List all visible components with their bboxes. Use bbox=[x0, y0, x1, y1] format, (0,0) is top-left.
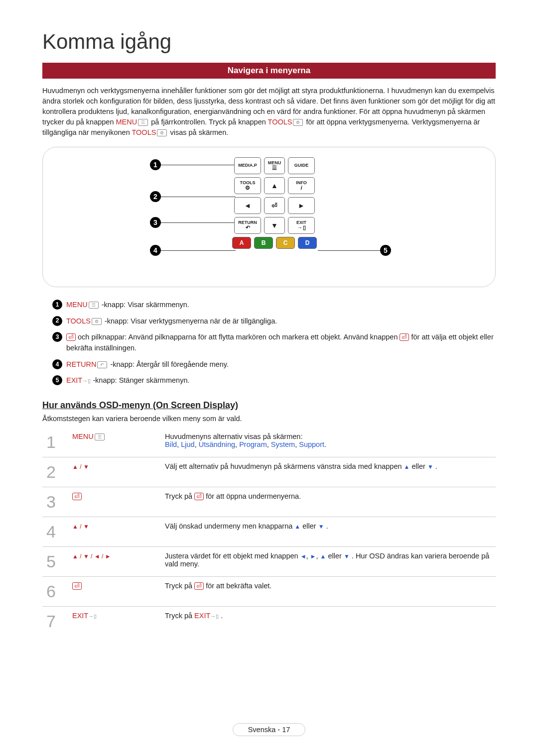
tools-icon: ⚙ bbox=[157, 129, 167, 136]
right-arrow-icon: ► bbox=[310, 553, 316, 560]
step-key-menu: MENU bbox=[72, 432, 94, 440]
osd-subtext: Åtkomststegen kan variera beroende vilke… bbox=[42, 415, 496, 423]
tools-icon: ⚙ bbox=[293, 119, 303, 126]
step-desc-4c: . bbox=[326, 522, 328, 530]
menu-icon: ☰ bbox=[138, 119, 148, 126]
table-row: 2 ▲ / ▼ Välj ett alternativ på huvudmeny… bbox=[42, 457, 496, 487]
color-a-button[interactable]: A bbox=[232, 237, 251, 249]
down-arrow-icon: ▼ bbox=[427, 463, 433, 470]
step-desc-2b: eller bbox=[412, 462, 427, 470]
legend-text-1: -knapp: Visar skärmmenyn. bbox=[102, 301, 189, 309]
callout-dot-4: 4 bbox=[150, 245, 161, 256]
step-desc-7b: . bbox=[221, 612, 223, 620]
step-number: 4 bbox=[42, 517, 68, 546]
left-button[interactable]: ◄ bbox=[234, 197, 261, 214]
step-desc-6b: för att bekräfta valet. bbox=[206, 582, 271, 590]
legend-dot-4: 4 bbox=[52, 359, 62, 369]
enter-button[interactable]: ⏎ bbox=[264, 197, 285, 214]
color-c-button[interactable]: C bbox=[276, 237, 295, 249]
footer-page-number: 17 bbox=[282, 726, 290, 734]
return-button[interactable]: RETURN↶ bbox=[234, 217, 261, 234]
legend-label-5: EXIT bbox=[66, 376, 82, 384]
left-arrow-icon: ◄ bbox=[300, 553, 306, 560]
table-row: 4 ▲ / ▼ Välj önskad undermeny men knappa… bbox=[42, 517, 496, 546]
callout-legend: 1 MENU☰ -knapp: Visar skärmmenyn. 2 TOOL… bbox=[42, 299, 496, 386]
exit-button[interactable]: EXIT→▯ bbox=[288, 217, 315, 234]
step-desc-2a: Välj ett alternativ på huvudmenyn på skä… bbox=[165, 462, 404, 470]
cat-program: Program bbox=[239, 440, 267, 448]
step-key-exit: EXIT bbox=[72, 612, 88, 620]
color-b-button[interactable]: B bbox=[254, 237, 273, 249]
legend-label-4: RETURN bbox=[66, 360, 96, 368]
osd-heading: Hur används OSD-menyn (On Screen Display… bbox=[42, 400, 496, 411]
table-row: 7 EXIT→▯ Tryck på EXIT→▯ . bbox=[42, 606, 496, 636]
step-key-updown: ▲ / ▼ bbox=[72, 523, 89, 530]
intro-text-4: visas på skärmen. bbox=[170, 128, 228, 136]
tools-label-inline-2: TOOLS bbox=[132, 128, 156, 136]
tools-icon: ⚙ bbox=[92, 318, 102, 325]
callout-dot-2: 2 bbox=[150, 191, 161, 202]
step-desc-6a: Tryck på bbox=[165, 582, 194, 590]
step-desc-7a: Tryck på bbox=[165, 612, 194, 620]
table-row: 6 ⏎ Tryck på ⏎ för att bekräfta valet. bbox=[42, 576, 496, 606]
return-icon: ↶ bbox=[97, 361, 107, 368]
up-arrow-icon: ▲ bbox=[404, 463, 410, 470]
remote-diagram: 1 2 3 4 5 MEDIA.P MENU☰ GUIDE bbox=[42, 147, 496, 287]
legend-text-2: -knapp: Visar verktygsmenyerna när de är… bbox=[105, 317, 277, 325]
callout-dot-1: 1 bbox=[150, 159, 161, 170]
up-arrow-icon: ▲ bbox=[294, 523, 300, 530]
step-number: 3 bbox=[42, 487, 68, 517]
step-number: 2 bbox=[42, 457, 68, 487]
page-footer: Svenska - 17 bbox=[0, 723, 538, 736]
menu-icon: ☰ bbox=[89, 302, 99, 309]
enter-icon: ⏎ bbox=[194, 582, 204, 590]
table-row: 3 ⏎ Tryck på ⏎ för att öppna undermenyer… bbox=[42, 487, 496, 517]
legend-dot-3: 3 bbox=[52, 332, 62, 342]
callout-dot-5: 5 bbox=[380, 245, 391, 256]
exit-icon: →▯ bbox=[82, 378, 91, 384]
step-number: 7 bbox=[42, 606, 68, 636]
enter-icon: ⏎ bbox=[400, 333, 409, 341]
osd-steps-table: 1 MENU☰ Huvudmenyns alternativ visas på … bbox=[42, 428, 496, 636]
step-desc-2c: . bbox=[435, 462, 437, 470]
legend-label-1: MENU bbox=[66, 301, 88, 309]
menu-button[interactable]: MENU☰ bbox=[264, 157, 285, 174]
step-desc-4b: eller bbox=[302, 522, 318, 530]
enter-icon: ⏎ bbox=[72, 493, 82, 500]
color-d-button[interactable]: D bbox=[298, 237, 317, 249]
media-p-button[interactable]: MEDIA.P bbox=[234, 157, 261, 174]
table-row: 1 MENU☰ Huvudmenyns alternativ visas på … bbox=[42, 428, 496, 457]
step-number: 5 bbox=[42, 546, 68, 576]
legend-dot-1: 1 bbox=[52, 300, 62, 310]
enter-icon: ⏎ bbox=[194, 493, 204, 500]
up-arrow-icon: ▲ bbox=[320, 553, 326, 560]
enter-icon: ⏎ bbox=[66, 333, 76, 341]
cat-system: System bbox=[271, 440, 295, 448]
menu-label-inline: MENU bbox=[116, 118, 137, 126]
right-button[interactable]: ► bbox=[288, 197, 315, 214]
tools-button[interactable]: TOOLS⚙ bbox=[234, 177, 261, 194]
exit-icon: →▯ bbox=[88, 613, 97, 619]
legend-label-2: TOOLS bbox=[66, 317, 91, 325]
footer-language: Svenska bbox=[248, 726, 276, 734]
footer-sep: - bbox=[275, 726, 282, 734]
down-button[interactable]: ▼ bbox=[264, 217, 285, 234]
step-desc-4a: Välj önskad undermeny men knapparna bbox=[165, 522, 294, 530]
step-number: 6 bbox=[42, 576, 68, 606]
legend-text-3a: och pilknappar: Använd pilknapparna för … bbox=[78, 333, 400, 341]
intro-paragraph: Huvudmenyn och verktygsmenyerna innehåll… bbox=[42, 86, 496, 138]
up-button[interactable]: ▲ bbox=[264, 177, 285, 194]
cat-bild: Bild bbox=[165, 440, 177, 448]
legend-text-4: -knapp: Återgår till föregående meny. bbox=[110, 360, 229, 368]
step-number: 1 bbox=[42, 428, 68, 457]
down-arrow-icon: ▼ bbox=[318, 523, 324, 530]
exit-label-inline: EXIT bbox=[194, 612, 210, 620]
step-desc-3a: Tryck på bbox=[165, 492, 194, 500]
table-row: 5 ▲ / ▼ / ◄ / ► Justera värdet för ett o… bbox=[42, 546, 496, 576]
section-heading-bar: Navigera i menyerna bbox=[42, 63, 496, 79]
info-button[interactable]: INFOi bbox=[288, 177, 315, 194]
exit-icon: →▯ bbox=[210, 613, 219, 619]
step-key-all-arrows: ▲ / ▼ / ◄ / ► bbox=[72, 553, 111, 560]
guide-button[interactable]: GUIDE bbox=[288, 157, 315, 174]
menu-icon: ☰ bbox=[95, 433, 105, 440]
